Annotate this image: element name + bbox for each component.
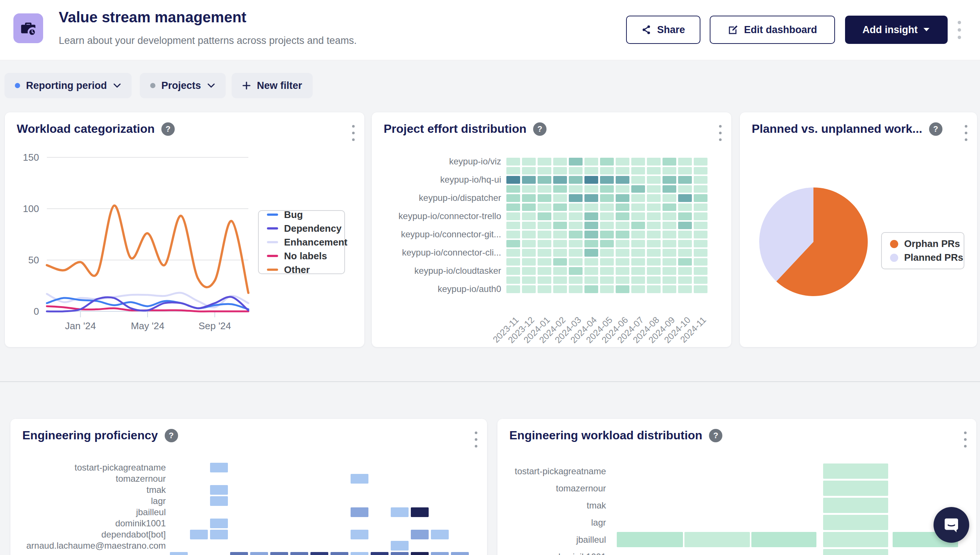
heatmap-cell [662, 267, 676, 275]
project-effort-distribution-card: Project effort distribution ? keypup-io/… [372, 112, 731, 347]
legend-item-other[interactable]: Other [267, 264, 336, 276]
heatmap-cell [537, 231, 552, 239]
legend-item-no-labels[interactable]: No labels [267, 250, 336, 262]
heatmap-cell [537, 185, 552, 193]
help-icon[interactable]: ? [709, 429, 723, 442]
heatmap-cell [569, 167, 583, 175]
projects-filter[interactable]: Projects [140, 73, 225, 98]
legend-label: Dependency [284, 223, 342, 234]
heatmap-cell [600, 167, 614, 175]
heatmap-cell [631, 158, 645, 165]
filter-active-dot [15, 83, 20, 88]
heatmap-row-label: keypup-io/connector-cli... [376, 247, 501, 258]
proficiency-cell [391, 507, 409, 517]
legend-item-orphan-prs[interactable]: Orphan PRs [890, 238, 956, 250]
heatmap-cell [647, 231, 661, 239]
heatmap-cell [553, 240, 567, 248]
legend-label: Orphan PRs [904, 238, 960, 250]
heatmap-cell [569, 204, 583, 211]
heatmap-cell [647, 240, 661, 248]
heatmap-cell [584, 249, 598, 257]
proficiency-cell [210, 518, 228, 528]
proficiency-cell [451, 552, 469, 555]
heatmap-cell [647, 194, 661, 202]
heatmap-cell [631, 176, 645, 184]
heatmap-cell [506, 285, 520, 293]
new-filter-button[interactable]: New filter [232, 73, 313, 98]
heatmap-cell [678, 222, 692, 229]
heatmap-cell [537, 267, 552, 275]
legend-item-enhancement[interactable]: Enhancement [267, 237, 336, 248]
heatmap-row-label: keypup-io/cloudtasker [376, 266, 501, 276]
y-axis-tick: 100 [23, 203, 39, 214]
card-kebab-menu[interactable] [965, 125, 967, 141]
heatmap-cell [694, 222, 708, 229]
x-axis-tick: Jan '24 [65, 320, 96, 332]
workload-bar-segment [823, 515, 888, 530]
proficiency-cell [431, 530, 449, 539]
heatmap-cell [537, 249, 552, 257]
pie-chart-legend: Orphan PRsPlanned PRs [881, 232, 964, 269]
heatmap-cell [553, 231, 567, 239]
heatmap-cell [600, 240, 614, 248]
card-kebab-menu[interactable] [964, 431, 967, 448]
card-kebab-menu[interactable] [352, 125, 355, 141]
heatmap-cell [615, 249, 630, 257]
heatmap-cell [553, 176, 567, 184]
heatmap-cell [631, 212, 645, 220]
heatmap-cell [553, 194, 567, 202]
heatmap-cell [600, 267, 614, 275]
heatmap-cell [569, 176, 583, 184]
heatmap-cell [569, 212, 583, 220]
heatmap-cell [694, 276, 708, 284]
help-icon[interactable]: ? [533, 122, 547, 136]
proficiency-row-label: tmak [16, 485, 166, 495]
add-insight-button[interactable]: Add insight [845, 16, 948, 44]
add-insight-label: Add insight [863, 24, 918, 36]
heatmap-cell [631, 258, 645, 266]
help-icon[interactable]: ? [929, 122, 942, 136]
edit-dashboard-button[interactable]: Edit dashboard [710, 16, 835, 44]
header-kebab-menu[interactable] [958, 21, 961, 39]
heatmap-row-label: keypup-io/connector-trello [376, 211, 501, 221]
planned-vs-unplanned-card: Planned vs. unplanned work... ? Orphan P… [740, 112, 977, 347]
heatmap-cell [694, 194, 708, 202]
heatmap-cell [694, 185, 708, 193]
legend-item-dependency[interactable]: Dependency [267, 223, 336, 234]
engineering-workload-distribution-card: Engineering workload distribution ? tost… [497, 419, 976, 555]
card-title: Project effort distribution [384, 122, 526, 136]
card-kebab-menu[interactable] [719, 125, 722, 141]
legend-item-planned-prs[interactable]: Planned PRs [890, 252, 956, 263]
heatmap-cell [553, 204, 567, 211]
heatmap-cell [506, 204, 520, 211]
help-icon[interactable]: ? [165, 429, 178, 442]
heatmap-cell [662, 258, 676, 266]
heatmap-cell [694, 249, 708, 257]
heatmap-cell [631, 276, 645, 284]
heatmap-cell [662, 285, 676, 293]
plus-icon [242, 81, 251, 90]
legend-item-bug[interactable]: Bug [267, 209, 336, 221]
reporting-period-filter[interactable]: Reporting period [5, 73, 132, 98]
heatmap-cell [569, 249, 583, 257]
heatmap-cell [522, 167, 536, 175]
heatmap-cell [662, 176, 676, 184]
heatmap-cell [537, 222, 552, 229]
heatmap-cell [694, 240, 708, 248]
heatmap-cell [569, 158, 583, 165]
heatmap-cell [506, 222, 520, 229]
heatmap-cell [615, 285, 630, 293]
help-icon[interactable]: ? [161, 122, 175, 136]
proficiency-cell [190, 530, 208, 539]
heatmap-cell [694, 176, 708, 184]
heatmap-cell [600, 249, 614, 257]
heatmap-cell [615, 258, 630, 266]
heatmap-cell [522, 249, 536, 257]
heatmap-cell [678, 167, 692, 175]
workload-bar-segment [617, 532, 683, 547]
card-kebab-menu[interactable] [475, 431, 477, 448]
heatmap-cell [553, 158, 567, 165]
chat-launcher-button[interactable] [934, 507, 969, 543]
heatmap-cell [647, 204, 661, 211]
share-button[interactable]: Share [626, 16, 700, 44]
